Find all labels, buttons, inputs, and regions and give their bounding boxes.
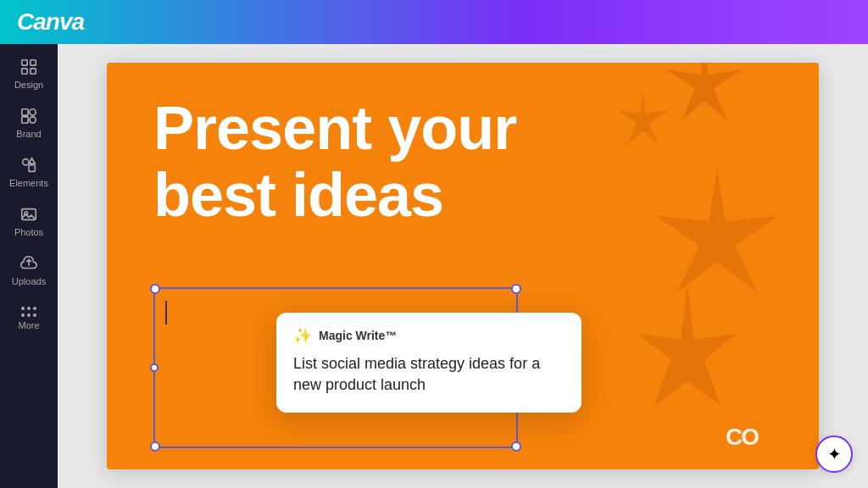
svg-rect-8 (29, 165, 35, 171)
sidebar-label-more: More (18, 320, 39, 330)
svg-rect-0 (22, 60, 27, 65)
sidebar-label-photos: Photos (14, 227, 43, 237)
magic-sparkle-button[interactable]: ✦ (815, 435, 853, 473)
handle-bottom-right[interactable] (511, 441, 521, 452)
grid-icon (19, 58, 38, 76)
sparkle-icon: ✦ (827, 444, 842, 464)
handle-bottom-left[interactable] (150, 441, 160, 452)
co-logo: CO (726, 423, 768, 454)
slide-title-line2: best ideas (153, 162, 516, 229)
magic-write-popup: ✨ Magic Write™ List social media strateg… (276, 313, 581, 413)
svg-marker-15 (638, 286, 737, 405)
canva-logo: Canva (17, 8, 84, 36)
elements-icon (19, 156, 38, 175)
photos-icon (19, 205, 38, 224)
more-dots-icon-row2 (21, 313, 36, 317)
svg-marker-12 (667, 63, 742, 121)
sidebar-item-photos[interactable]: Photos (3, 198, 54, 244)
uploads-icon (19, 254, 38, 273)
sidebar-label-design: Design (14, 80, 43, 90)
svg-rect-4 (22, 117, 28, 123)
more-dots-icon (21, 307, 36, 310)
slide-title-line1: Present your (153, 95, 516, 162)
svg-rect-6 (30, 109, 36, 115)
canvas-area: Present your best ideas ✨ Magic Write™ L… (58, 44, 868, 488)
magic-write-title: Magic Write™ (319, 329, 397, 342)
handle-top-left[interactable] (150, 284, 160, 294)
sidebar: Design Brand Elements (0, 44, 58, 488)
magic-write-header: ✨ Magic Write™ (293, 326, 565, 345)
slide-title: Present your best ideas (153, 95, 516, 229)
svg-rect-2 (22, 69, 27, 74)
svg-rect-3 (31, 69, 36, 74)
handle-top-right[interactable] (511, 284, 521, 294)
sidebar-item-brand[interactable]: Brand (3, 100, 54, 146)
app-header: Canva (0, 0, 868, 44)
svg-rect-1 (31, 60, 36, 65)
svg-rect-5 (22, 109, 28, 115)
main-layout: Design Brand Elements (0, 44, 868, 488)
sidebar-item-uploads[interactable]: Uploads (3, 247, 54, 293)
text-cursor (165, 301, 167, 324)
sidebar-item-more[interactable]: More (3, 300, 54, 337)
svg-text:CO: CO (726, 424, 759, 448)
svg-marker-13 (618, 92, 669, 146)
svg-marker-14 (656, 167, 778, 293)
magic-wand-icon: ✨ (293, 326, 312, 345)
star-decoration-4 (632, 280, 743, 435)
slide[interactable]: Present your best ideas ✨ Magic Write™ L… (107, 63, 819, 469)
brand-icon (19, 107, 38, 125)
magic-write-prompt: List social media strategy ideas for a n… (293, 353, 565, 396)
sidebar-item-design[interactable]: Design (3, 51, 54, 97)
sidebar-label-uploads: Uploads (12, 276, 46, 286)
star-decoration-2 (611, 88, 675, 155)
sidebar-label-elements: Elements (9, 178, 48, 188)
sidebar-item-elements[interactable]: Elements (3, 149, 54, 195)
sidebar-label-brand: Brand (16, 129, 41, 139)
handle-mid-left[interactable] (150, 363, 159, 372)
